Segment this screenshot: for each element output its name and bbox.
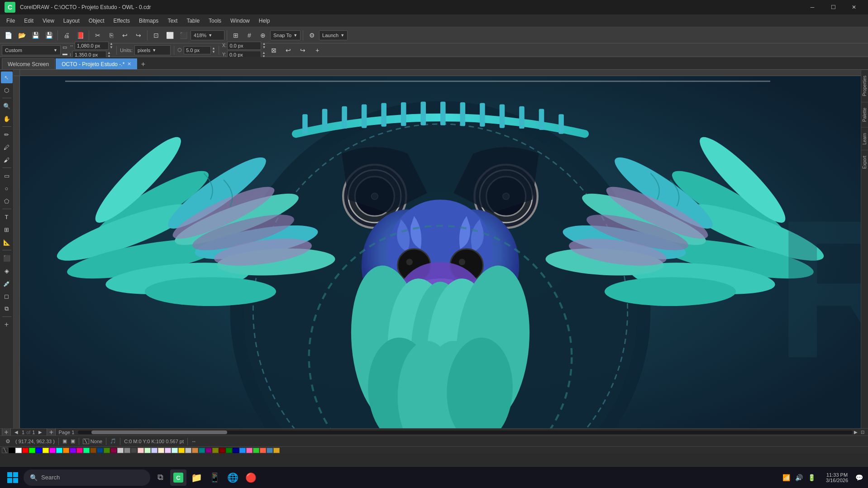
redo-prop-button[interactable]: ↪ <box>296 44 309 57</box>
undo-button[interactable]: ↩ <box>119 29 131 42</box>
canvas-area[interactable]: R <box>14 70 861 428</box>
maximize-button[interactable]: ☐ <box>823 0 844 14</box>
color-swatch-13[interactable] <box>97 448 103 453</box>
cut-button[interactable]: ✂ <box>91 29 104 42</box>
color-swatch-19[interactable] <box>138 448 144 453</box>
tab-close-icon[interactable]: ✕ <box>127 61 131 67</box>
folder-taskbar-icon[interactable]: 📁 <box>188 469 205 486</box>
pdf-button[interactable]: 📕 <box>74 29 86 42</box>
color-swatch-38[interactable] <box>267 448 273 453</box>
eraser-tool[interactable]: ◻ <box>1 290 13 302</box>
zoom-dropdown[interactable]: 418% ▼ <box>191 30 224 40</box>
menu-edit[interactable]: Edit <box>19 16 38 26</box>
snap-to-dropdown[interactable]: Snap To ▼ <box>270 30 300 40</box>
print-button[interactable]: 🖨 <box>60 29 73 42</box>
app-taskbar-icon[interactable]: 🔴 <box>243 469 259 486</box>
zoom-tool[interactable]: 🔍 <box>1 100 13 112</box>
menu-file[interactable]: File <box>2 16 19 26</box>
phone-taskbar-icon[interactable]: 📱 <box>206 469 223 486</box>
color-swatch-23[interactable] <box>165 448 171 453</box>
fit-width-button[interactable]: ⬜ <box>163 29 176 42</box>
table-tool[interactable]: ⊞ <box>1 224 13 235</box>
color-swatch-20[interactable] <box>144 448 151 453</box>
close-button[interactable]: ✕ <box>844 0 864 14</box>
color-swatch-17[interactable] <box>124 448 130 453</box>
volume-icon[interactable]: 🔊 <box>793 472 804 483</box>
snap-button[interactable]: ⊕ <box>257 29 269 42</box>
corel-taskbar-icon[interactable]: C <box>170 469 186 486</box>
rpanel-learn[interactable]: Learn <box>861 127 868 150</box>
page-nav-prev[interactable]: ◀ <box>13 429 20 435</box>
grid-button[interactable]: # <box>243 29 256 42</box>
menu-window[interactable]: Window <box>226 16 254 26</box>
hscroll-right-btn[interactable]: ▶ <box>853 429 859 435</box>
polygon-tool[interactable]: ⬠ <box>1 195 13 207</box>
page-landscape-icon[interactable]: ▬ <box>62 51 67 56</box>
color-swatch-35[interactable] <box>246 448 253 453</box>
color-swatch-39[interactable] <box>273 448 280 453</box>
color-swatch-6[interactable] <box>49 448 56 453</box>
menu-help[interactable]: Help <box>254 16 275 26</box>
page-portrait-icon[interactable]: ▭ <box>62 44 67 50</box>
color-swatch-30[interactable] <box>212 448 219 453</box>
hscroll-track[interactable] <box>78 431 853 434</box>
save-button[interactable]: 💾 <box>29 29 42 42</box>
menu-object[interactable]: Object <box>84 16 109 26</box>
color-swatch-26[interactable] <box>185 448 191 453</box>
start-button[interactable] <box>4 469 22 487</box>
hscroll-thumb[interactable] <box>91 431 227 434</box>
color-swatch-32[interactable] <box>226 448 232 453</box>
taskview-button[interactable]: ⧉ <box>152 469 168 486</box>
redo-button[interactable]: ↪ <box>132 29 145 42</box>
color-swatch-31[interactable] <box>219 448 225 453</box>
clock[interactable]: 11:33 PM 3/16/2026 <box>822 472 852 483</box>
color-swatch-22[interactable] <box>158 448 164 453</box>
color-swatch-16[interactable] <box>117 448 124 453</box>
text-tool[interactable]: T <box>1 211 13 223</box>
expand-button[interactable]: ⊡ <box>859 429 866 435</box>
pen-tool[interactable]: 🖊 <box>1 141 13 153</box>
page-nav-next[interactable]: ▶ <box>37 429 44 435</box>
settings-icon[interactable]: ⚙ <box>4 437 12 445</box>
fit-height-button[interactable]: ⬛ <box>177 29 190 42</box>
units-dropdown[interactable]: pixels ▼ <box>134 45 171 55</box>
circle-tool[interactable]: ○ <box>1 182 13 194</box>
color-swatch-24[interactable] <box>172 448 178 453</box>
color-swatch-4[interactable] <box>36 448 42 453</box>
color-swatch-11[interactable] <box>83 448 90 453</box>
add-prop-button[interactable]: + <box>311 44 324 57</box>
menu-effects[interactable]: Effects <box>109 16 134 26</box>
options-button[interactable]: ⚙ <box>305 29 318 42</box>
x-input[interactable] <box>227 42 261 50</box>
save-as-button[interactable]: 💾 <box>43 29 55 42</box>
color-swatch-1[interactable] <box>15 448 22 453</box>
color-swatch-34[interactable] <box>239 448 246 453</box>
copy-button[interactable]: ⎘ <box>105 29 118 42</box>
open-button[interactable]: 📂 <box>15 29 28 42</box>
color-swatch-15[interactable] <box>110 448 117 453</box>
gradient-tool[interactable]: ◈ <box>1 265 13 277</box>
menu-text[interactable]: Text <box>163 16 182 26</box>
rectangle-tool[interactable]: ▭ <box>1 170 13 182</box>
rpanel-properties[interactable]: Properties <box>861 70 868 102</box>
transform-button[interactable]: ⊠ <box>267 44 280 57</box>
tab-welcome[interactable]: Welcome Screen <box>2 58 55 69</box>
pan-tool[interactable]: ✋ <box>1 113 13 124</box>
no-fill-swatch[interactable]: ╲ <box>2 448 8 453</box>
notifications-icon[interactable]: 💬 <box>854 472 864 483</box>
rpanel-palette[interactable]: Palette <box>861 102 868 127</box>
preset-dropdown[interactable]: Custom ▼ <box>2 45 61 55</box>
transform-tool[interactable]: ⧉ <box>1 303 13 315</box>
view-options-button[interactable]: ⊞ <box>229 29 242 42</box>
x-arrows[interactable]: ▲ ▼ <box>262 42 266 49</box>
nudge-input[interactable]: ▲ ▼ <box>184 46 215 54</box>
browser-taskbar-icon[interactable]: 🌐 <box>224 469 241 486</box>
color-swatch-2[interactable] <box>22 448 29 453</box>
nudge-arrows[interactable]: ▲ ▼ <box>212 47 215 54</box>
color-swatch-29[interactable] <box>205 448 212 453</box>
tab-add-button[interactable]: + <box>138 59 148 69</box>
menu-layout[interactable]: Layout <box>59 16 84 26</box>
dropper-tool[interactable]: 💉 <box>1 277 13 289</box>
wifi-icon[interactable]: 📶 <box>781 472 792 483</box>
select-tool[interactable]: ↖ <box>1 72 13 83</box>
